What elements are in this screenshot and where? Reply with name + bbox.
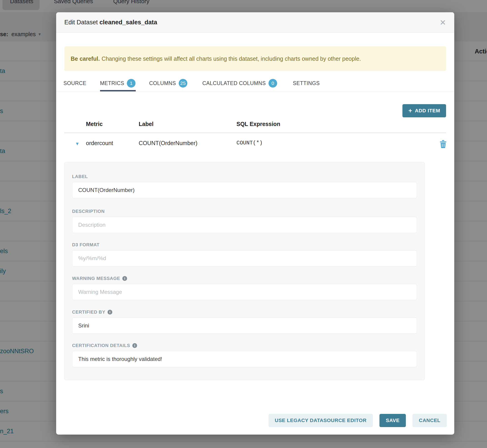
tab-metrics[interactable]: METRICS 1 xyxy=(100,75,136,91)
tab-calculated-columns[interactable]: CALCULATED COLUMNS 0 xyxy=(202,75,277,91)
datasets-page: Datasets Saved Queries Query History se:… xyxy=(0,0,487,448)
field-d3-format-caption: D3 FORMAT xyxy=(72,242,100,248)
column-header-metric: Metric xyxy=(86,121,103,127)
tab-settings[interactable]: SETTINGS xyxy=(293,75,320,91)
active-tab-underline xyxy=(100,90,136,91)
metric-detail-panel: LABEL DESCRIPTION D3 FORMAT WARNING MESS… xyxy=(64,162,425,380)
d3-format-input[interactable] xyxy=(72,250,417,266)
info-icon[interactable]: i xyxy=(108,310,112,314)
columns-count-badge: 25 xyxy=(179,79,187,88)
field-label: LABEL xyxy=(72,174,417,198)
tab-columns[interactable]: COLUMNS 25 xyxy=(149,75,187,91)
close-icon[interactable]: ✕ xyxy=(440,19,446,26)
column-header-sql-expression: SQL Expression xyxy=(236,121,280,127)
modal-tabs: SOURCE METRICS 1 COLUMNS 25 CALCULATED C… xyxy=(56,75,454,91)
certified-by-input[interactable] xyxy=(72,318,417,334)
warning-message-input[interactable] xyxy=(72,284,417,300)
trash-icon[interactable] xyxy=(440,140,447,148)
field-d3-format: D3 FORMAT xyxy=(72,242,417,266)
field-warning-message: WARNING MESSAGE i xyxy=(72,276,417,300)
field-certified-by: CERTIFIED BY i xyxy=(72,310,417,334)
edit-dataset-modal: Edit Dataset cleaned_sales_data ✕ Be car… xyxy=(56,12,454,435)
metric-name-cell: ordercount xyxy=(86,140,113,146)
metric-label-cell: COUNT(OrderNumber) xyxy=(139,140,197,146)
add-item-button[interactable]: + ADD ITEM xyxy=(402,104,446,117)
modal-title: Edit Dataset cleaned_sales_data xyxy=(64,19,157,26)
label-input[interactable] xyxy=(72,182,417,198)
field-certification-details: CERTIFICATION DETAILS i xyxy=(72,343,417,367)
field-label-caption: LABEL xyxy=(72,174,88,179)
field-certified-by-caption: CERTIFIED BY xyxy=(72,310,105,315)
metrics-count-badge: 1 xyxy=(127,79,136,88)
calculated-columns-count-badge: 0 xyxy=(269,79,277,88)
warning-banner-text: Changing these settings will affect all … xyxy=(102,56,361,62)
use-legacy-datasource-editor-button[interactable]: USE LEGACY DATASOURCE EDITOR xyxy=(269,414,373,427)
warning-banner-bold: Be careful. xyxy=(71,56,100,62)
save-button[interactable]: SAVE xyxy=(379,414,406,427)
caret-down-icon[interactable]: ▼ xyxy=(75,141,80,146)
modal-header: Edit Dataset cleaned_sales_data ✕ xyxy=(56,12,454,33)
info-icon[interactable]: i xyxy=(132,343,137,348)
certification-details-input[interactable] xyxy=(72,351,417,367)
column-header-label: Label xyxy=(139,121,153,127)
field-description-caption: DESCRIPTION xyxy=(72,209,104,214)
warning-banner: Be careful. Changing these settings will… xyxy=(64,46,446,71)
modal-title-prefix: Edit Dataset xyxy=(64,19,98,26)
metric-sql-cell: COUNT(*) xyxy=(236,140,263,146)
table-header-divider xyxy=(64,133,446,133)
metric-row: ▼ ordercount COUNT(OrderNumber) COUNT(*) xyxy=(56,138,454,151)
field-warning-message-caption: WARNING MESSAGE xyxy=(72,276,120,281)
metrics-table-header: Metric Label SQL Expression xyxy=(56,121,454,130)
modal-dataset-name: cleaned_sales_data xyxy=(100,19,157,26)
plus-icon: + xyxy=(408,107,412,114)
cancel-button[interactable]: CANCEL xyxy=(412,414,447,427)
description-input[interactable] xyxy=(72,217,417,233)
tab-source[interactable]: SOURCE xyxy=(64,75,86,91)
field-certification-details-caption: CERTIFICATION DETAILS xyxy=(72,343,130,348)
field-description: DESCRIPTION xyxy=(72,209,417,233)
modal-footer: USE LEGACY DATASOURCE EDITOR SAVE CANCEL xyxy=(269,414,447,427)
info-icon[interactable]: i xyxy=(122,276,127,281)
